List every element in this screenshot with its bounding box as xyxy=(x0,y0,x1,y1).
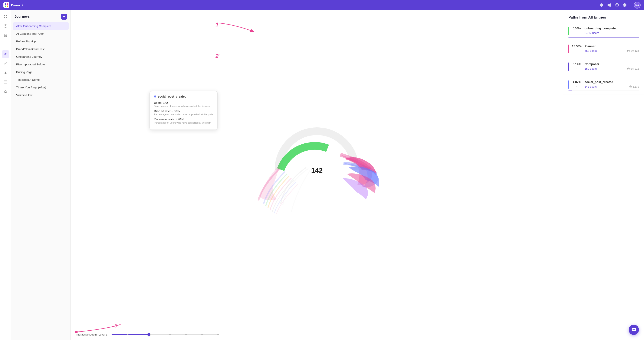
slider-tick-1[interactable] xyxy=(127,334,128,335)
path-item: 100% ↓ onboarding_completed 2,917 users xyxy=(563,23,644,41)
annotation-3-container: Interactive Depth (Level 6) 3 xyxy=(76,333,108,336)
tooltip-stat-main: Users: 142 xyxy=(154,101,213,104)
annotation-2-arrow xyxy=(219,54,262,76)
journey-item[interactable]: After Onboarding Complete... xyxy=(13,22,69,30)
path-down-arrow: ↓ xyxy=(576,66,578,70)
progress-bar xyxy=(568,37,639,38)
slider-tick-5[interactable] xyxy=(217,334,219,335)
journey-item[interactable]: Brand/Non-Brand Test xyxy=(13,46,69,53)
svg-rect-0 xyxy=(5,4,6,5)
journey-list: After Onboarding Complete...AI Captions … xyxy=(11,22,70,340)
depth-slider[interactable] xyxy=(112,332,218,336)
path-users: 2,917 users xyxy=(584,31,599,34)
path-list: 100% ↓ onboarding_completed 2,917 users xyxy=(563,23,644,340)
settings-icon[interactable] xyxy=(622,3,627,7)
path-users: 142 users xyxy=(584,85,597,88)
main-content: 142 1 2 xyxy=(71,10,563,340)
path-name: onboarding_completed xyxy=(584,27,639,30)
progress-bar-container xyxy=(568,37,639,38)
path-meta: 150 users 9m 31s xyxy=(584,67,639,70)
path-time: 1m 13s xyxy=(627,50,639,52)
svg-point-12 xyxy=(6,54,7,54)
sidebar-item-filter[interactable] xyxy=(2,41,9,48)
svg-rect-14 xyxy=(4,81,7,84)
sidebar-item-chart[interactable] xyxy=(2,60,9,67)
chart-area: 142 1 2 xyxy=(71,10,563,329)
right-panel: Paths from All Entries 100% ↓ onboarding… xyxy=(563,10,644,340)
sidebar-item-globe[interactable] xyxy=(2,32,9,39)
path-item-top: 5.14% ↓ Composer 150 users 9m 31s xyxy=(568,62,639,71)
path-down-arrow: ↓ xyxy=(576,48,578,52)
journey-item[interactable]: Onboarding Journey xyxy=(13,53,69,60)
user-avatar[interactable]: MA xyxy=(634,2,640,8)
svg-rect-6 xyxy=(4,15,5,16)
tooltip-stat: Drop off rate: 5.33%Percentage of users … xyxy=(154,110,213,116)
help-icon[interactable]: ? xyxy=(615,3,619,7)
path-meta: 453 users 1m 13s xyxy=(584,49,639,52)
annotation-2-number: 2 xyxy=(216,53,218,60)
svg-rect-8 xyxy=(4,17,5,18)
svg-rect-2 xyxy=(5,6,6,7)
path-users: 453 users xyxy=(584,49,597,52)
slider-track xyxy=(112,334,218,335)
journey-item[interactable]: Thank You Page (After) xyxy=(13,84,69,91)
journey-item[interactable]: Before Sign-Up xyxy=(13,38,69,45)
chat-button[interactable] xyxy=(629,325,639,335)
progress-bar-container xyxy=(568,73,639,73)
left-panel-header: Journeys + xyxy=(11,10,70,22)
left-panel: Journeys + After Onboarding Complete...A… xyxy=(11,10,71,340)
path-color-stripe xyxy=(568,80,569,89)
nav-chevron: ▾ xyxy=(22,4,23,6)
path-time: 9m 31s xyxy=(627,67,639,70)
path-item: 4.87% ↓ social_post_created 142 users 5.… xyxy=(563,77,644,95)
journey-item[interactable]: Plan_upgraded Before xyxy=(13,61,69,68)
journey-item[interactable]: Test Book A Demo xyxy=(13,76,69,84)
path-item-top: 100% ↓ onboarding_completed 2,917 users xyxy=(568,27,639,35)
path-percent: 5.14% xyxy=(573,62,581,66)
slider-tick-3[interactable] xyxy=(185,334,187,335)
tooltip-stats: Users: 142Total number of users who have… xyxy=(154,101,213,124)
sidebar-item-table[interactable] xyxy=(2,78,9,86)
tooltip-event-name: social_post_created xyxy=(158,95,186,98)
path-name: social_post_created xyxy=(584,80,639,84)
svg-rect-7 xyxy=(6,15,7,16)
sidebar-item-journeys[interactable] xyxy=(2,50,9,58)
svg-text:?: ? xyxy=(616,4,618,6)
notification-icon[interactable] xyxy=(600,3,604,7)
sidebar-item-analytics[interactable] xyxy=(2,22,9,30)
journey-item[interactable]: AI Captions Tool After xyxy=(13,30,69,38)
announcement-icon[interactable] xyxy=(607,3,612,7)
tooltip-dot xyxy=(154,96,156,98)
annotation-3-arrow: 3 xyxy=(71,324,123,333)
logo-icon xyxy=(4,2,9,8)
path-time: 5.63s xyxy=(629,85,639,88)
path-percent: 15.53% xyxy=(572,44,582,48)
chart-svg-container: 142 xyxy=(71,10,563,329)
path-down-arrow: ↓ xyxy=(576,84,578,88)
slider-thumb[interactable] xyxy=(147,333,150,336)
depth-label: Interactive Depth (Level 6) xyxy=(76,333,108,336)
main-layout: Journeys + After Onboarding Complete...A… xyxy=(0,10,644,340)
annotation-1: 1 xyxy=(216,21,258,36)
svg-point-13 xyxy=(5,72,6,73)
sidebar-item-person[interactable] xyxy=(2,69,9,77)
journey-item[interactable]: Pricing Page xyxy=(13,68,69,76)
path-item-top: 4.87% ↓ social_post_created 142 users 5.… xyxy=(568,80,639,89)
path-percent: 100% xyxy=(573,27,581,30)
progress-bar xyxy=(568,90,572,91)
slider-tick-2[interactable] xyxy=(169,334,171,335)
app-name: Demo xyxy=(11,4,20,7)
path-info: Composer 150 users 9m 31s xyxy=(584,62,639,70)
bottom-bar: Interactive Depth (Level 6) 3 xyxy=(71,329,563,340)
slider-fill xyxy=(112,334,149,335)
tooltip-stat-sub: Percentage of users who have converted a… xyxy=(154,122,213,124)
app-logo[interactable]: Demo ▾ xyxy=(4,2,23,8)
journey-item[interactable]: Visitors Flow xyxy=(13,92,69,99)
add-journey-button[interactable]: + xyxy=(61,14,67,20)
top-nav: Demo ▾ ? MA xyxy=(0,0,644,10)
path-users: 150 users xyxy=(584,67,597,70)
slider-tick-4[interactable] xyxy=(201,334,203,335)
sidebar-item-grid[interactable] xyxy=(2,13,9,20)
sidebar-item-settings[interactable] xyxy=(2,88,9,96)
right-panel-title: Paths from All Entries xyxy=(563,10,644,23)
